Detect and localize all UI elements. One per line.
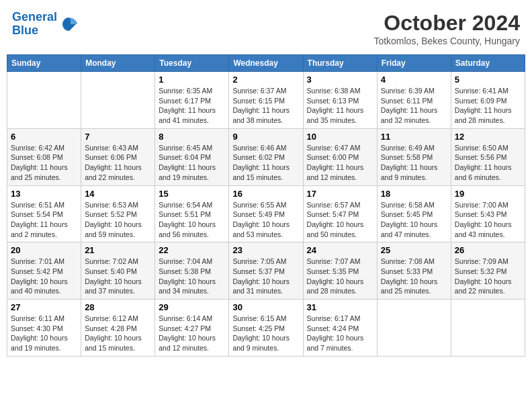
weekday-header-cell: Saturday: [451, 55, 525, 72]
day-info: Sunrise: 6:37 AM Sunset: 6:15 PM Dayligh…: [232, 86, 299, 126]
day-number: 12: [455, 132, 521, 142]
calendar-day-cell: 3Sunrise: 6:38 AM Sunset: 6:13 PM Daylig…: [303, 72, 377, 129]
calendar-day-cell: 5Sunrise: 6:41 AM Sunset: 6:09 PM Daylig…: [451, 72, 525, 129]
calendar-day-cell: 18Sunrise: 6:58 AM Sunset: 5:45 PM Dayli…: [377, 185, 451, 242]
day-number: 30: [232, 302, 299, 312]
day-info: Sunrise: 6:41 AM Sunset: 6:09 PM Dayligh…: [455, 86, 521, 126]
page-header: General Blue October 2024 Totkomlos, Bek…: [7, 7, 525, 50]
day-number: 9: [232, 132, 299, 142]
day-number: 8: [159, 132, 225, 142]
calendar-week-row: 1Sunrise: 6:35 AM Sunset: 6:17 PM Daylig…: [7, 72, 525, 129]
day-info: Sunrise: 6:17 AM Sunset: 4:24 PM Dayligh…: [307, 314, 373, 353]
calendar-day-cell: 25Sunrise: 7:08 AM Sunset: 5:33 PM Dayli…: [377, 242, 451, 300]
day-info: Sunrise: 7:02 AM Sunset: 5:40 PM Dayligh…: [85, 257, 151, 296]
day-info: Sunrise: 6:58 AM Sunset: 5:45 PM Dayligh…: [381, 200, 447, 240]
calendar-day-cell: 13Sunrise: 6:51 AM Sunset: 5:54 PM Dayli…: [7, 185, 81, 242]
day-info: Sunrise: 7:04 AM Sunset: 5:38 PM Dayligh…: [159, 257, 225, 296]
day-info: Sunrise: 6:35 AM Sunset: 6:17 PM Dayligh…: [159, 86, 225, 126]
calendar-week-row: 27Sunrise: 6:11 AM Sunset: 4:30 PM Dayli…: [7, 300, 525, 357]
calendar-day-cell: 2Sunrise: 6:37 AM Sunset: 6:15 PM Daylig…: [229, 72, 303, 129]
day-info: Sunrise: 6:12 AM Sunset: 4:28 PM Dayligh…: [85, 314, 151, 353]
calendar-day-cell: 20Sunrise: 7:01 AM Sunset: 5:42 PM Dayli…: [7, 242, 81, 300]
calendar-day-cell: 7Sunrise: 6:43 AM Sunset: 6:06 PM Daylig…: [81, 128, 155, 185]
calendar-day-cell: 23Sunrise: 7:05 AM Sunset: 5:37 PM Dayli…: [229, 242, 303, 300]
day-info: Sunrise: 6:46 AM Sunset: 6:02 PM Dayligh…: [232, 143, 299, 183]
weekday-header-cell: Thursday: [303, 55, 377, 72]
weekday-header-row: SundayMondayTuesdayWednesdayThursdayFrid…: [7, 55, 525, 72]
day-number: 5: [455, 75, 521, 85]
weekday-header-cell: Wednesday: [229, 55, 303, 72]
month-title: October 2024: [373, 11, 520, 36]
calendar-week-row: 20Sunrise: 7:01 AM Sunset: 5:42 PM Dayli…: [7, 242, 525, 300]
calendar-week-row: 6Sunrise: 6:42 AM Sunset: 6:08 PM Daylig…: [7, 128, 525, 185]
day-info: Sunrise: 6:55 AM Sunset: 5:49 PM Dayligh…: [232, 200, 299, 240]
calendar-day-cell: 22Sunrise: 7:04 AM Sunset: 5:38 PM Dayli…: [155, 242, 229, 300]
day-info: Sunrise: 7:07 AM Sunset: 5:35 PM Dayligh…: [307, 257, 373, 296]
day-info: Sunrise: 7:09 AM Sunset: 5:32 PM Dayligh…: [455, 257, 521, 296]
day-info: Sunrise: 6:51 AM Sunset: 5:54 PM Dayligh…: [11, 200, 77, 240]
calendar-day-cell: 9Sunrise: 6:46 AM Sunset: 6:02 PM Daylig…: [229, 128, 303, 185]
calendar-day-cell: 17Sunrise: 6:57 AM Sunset: 5:47 PM Dayli…: [303, 185, 377, 242]
calendar-day-cell: 29Sunrise: 6:14 AM Sunset: 4:27 PM Dayli…: [155, 300, 229, 357]
logo-icon: [60, 15, 79, 34]
day-number: 4: [381, 75, 447, 85]
weekday-header-cell: Tuesday: [155, 55, 229, 72]
calendar-day-cell: 26Sunrise: 7:09 AM Sunset: 5:32 PM Dayli…: [451, 242, 525, 300]
day-number: 13: [11, 189, 77, 199]
day-number: 6: [11, 132, 77, 142]
day-number: 10: [307, 132, 373, 142]
day-number: 29: [159, 302, 225, 312]
day-number: 28: [85, 302, 151, 312]
day-number: 1: [159, 75, 225, 85]
calendar-day-cell: 1Sunrise: 6:35 AM Sunset: 6:17 PM Daylig…: [155, 72, 229, 129]
day-info: Sunrise: 6:49 AM Sunset: 5:58 PM Dayligh…: [381, 143, 447, 183]
day-info: Sunrise: 7:00 AM Sunset: 5:43 PM Dayligh…: [455, 200, 521, 240]
day-number: 15: [159, 189, 225, 199]
calendar-day-cell: 10Sunrise: 6:47 AM Sunset: 6:00 PM Dayli…: [303, 128, 377, 185]
day-info: Sunrise: 6:50 AM Sunset: 5:56 PM Dayligh…: [455, 143, 521, 183]
calendar-day-cell: 16Sunrise: 6:55 AM Sunset: 5:49 PM Dayli…: [229, 185, 303, 242]
day-number: 19: [455, 189, 521, 199]
weekday-header-cell: Sunday: [7, 55, 81, 72]
calendar-day-cell: 28Sunrise: 6:12 AM Sunset: 4:28 PM Dayli…: [81, 300, 155, 357]
day-number: 25: [381, 245, 447, 255]
day-info: Sunrise: 6:11 AM Sunset: 4:30 PM Dayligh…: [11, 314, 77, 353]
calendar-day-cell: 12Sunrise: 6:50 AM Sunset: 5:56 PM Dayli…: [451, 128, 525, 185]
day-number: 20: [11, 245, 77, 255]
logo: General Blue: [12, 11, 79, 38]
calendar-day-cell: 27Sunrise: 6:11 AM Sunset: 4:30 PM Dayli…: [7, 300, 81, 357]
day-info: Sunrise: 6:15 AM Sunset: 4:25 PM Dayligh…: [232, 314, 299, 353]
day-number: 16: [232, 189, 299, 199]
logo-text: General Blue: [12, 11, 57, 38]
day-info: Sunrise: 6:38 AM Sunset: 6:13 PM Dayligh…: [307, 86, 373, 126]
day-info: Sunrise: 7:05 AM Sunset: 5:37 PM Dayligh…: [232, 257, 299, 296]
location-subtitle: Totkomlos, Bekes County, Hungary: [373, 36, 520, 46]
calendar-day-cell: [7, 72, 81, 129]
calendar-day-cell: [451, 300, 525, 357]
calendar-day-cell: 24Sunrise: 7:07 AM Sunset: 5:35 PM Dayli…: [303, 242, 377, 300]
day-number: 26: [455, 245, 521, 255]
calendar-day-cell: 4Sunrise: 6:39 AM Sunset: 6:11 PM Daylig…: [377, 72, 451, 129]
day-number: 18: [381, 189, 447, 199]
day-number: 7: [85, 132, 151, 142]
day-number: 2: [232, 75, 299, 85]
day-info: Sunrise: 6:39 AM Sunset: 6:11 PM Dayligh…: [381, 86, 447, 126]
day-info: Sunrise: 6:45 AM Sunset: 6:04 PM Dayligh…: [159, 143, 225, 183]
calendar-table: SundayMondayTuesdayWednesdayThursdayFrid…: [7, 54, 525, 357]
calendar-day-cell: 30Sunrise: 6:15 AM Sunset: 4:25 PM Dayli…: [229, 300, 303, 357]
calendar-day-cell: 21Sunrise: 7:02 AM Sunset: 5:40 PM Dayli…: [81, 242, 155, 300]
day-info: Sunrise: 6:47 AM Sunset: 6:00 PM Dayligh…: [307, 143, 373, 183]
calendar-day-cell: [81, 72, 155, 129]
day-info: Sunrise: 7:08 AM Sunset: 5:33 PM Dayligh…: [381, 257, 447, 296]
day-info: Sunrise: 6:42 AM Sunset: 6:08 PM Dayligh…: [11, 143, 77, 183]
calendar-day-cell: 15Sunrise: 6:54 AM Sunset: 5:51 PM Dayli…: [155, 185, 229, 242]
day-number: 27: [11, 302, 77, 312]
calendar-day-cell: 8Sunrise: 6:45 AM Sunset: 6:04 PM Daylig…: [155, 128, 229, 185]
day-number: 23: [232, 245, 299, 255]
day-info: Sunrise: 6:43 AM Sunset: 6:06 PM Dayligh…: [85, 143, 151, 183]
title-block: October 2024 Totkomlos, Bekes County, Hu…: [373, 11, 520, 46]
day-number: 11: [381, 132, 447, 142]
weekday-header-cell: Friday: [377, 55, 451, 72]
calendar-day-cell: 6Sunrise: 6:42 AM Sunset: 6:08 PM Daylig…: [7, 128, 81, 185]
day-number: 31: [307, 302, 373, 312]
